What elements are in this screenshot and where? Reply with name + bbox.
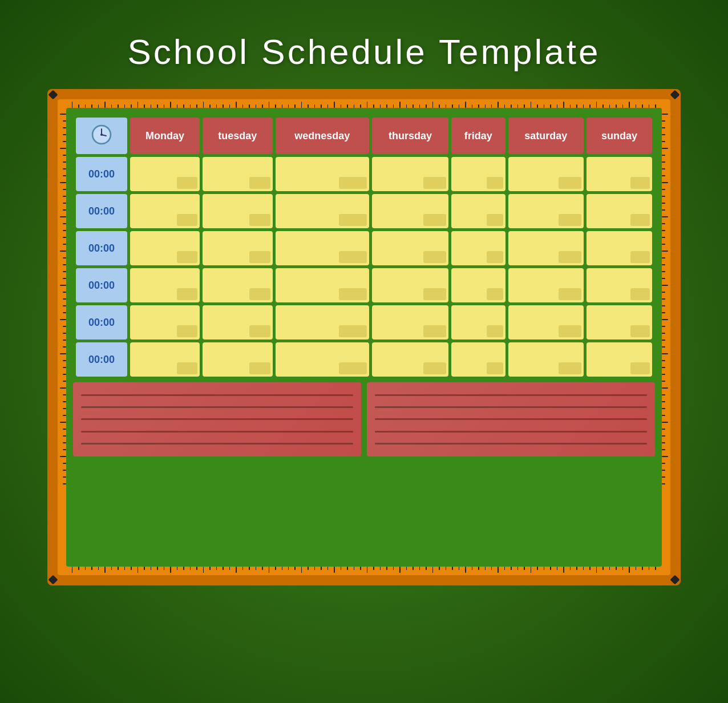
schedule-row-3: 00:00 [76, 268, 652, 302]
content-cell-r4-d5[interactable] [508, 305, 584, 340]
ruler-top-ticks [69, 101, 659, 108]
content-cell-r2-d0[interactable] [130, 231, 200, 265]
content-cell-r2-d1[interactable] [203, 231, 272, 265]
schedule-area: Monday tuesday wednesday thursday friday… [66, 108, 662, 567]
header-sunday: sunday [587, 118, 652, 154]
clock-header [76, 118, 127, 154]
content-cell-r1-d2[interactable] [276, 194, 369, 228]
note-line [375, 406, 647, 408]
note-block-left [73, 382, 361, 456]
ruler-inner: Monday tuesday wednesday thursday friday… [58, 99, 670, 575]
schedule-row-4: 00:00 [76, 305, 652, 340]
note-line [375, 443, 647, 445]
ruler-frame: Monday tuesday wednesday thursday friday… [47, 89, 681, 585]
content-cell-r4-d0[interactable] [130, 305, 200, 340]
schedule-row-2: 00:00 [76, 231, 652, 265]
corner-tl [50, 91, 59, 100]
note-line [81, 418, 353, 420]
content-cell-r0-d5[interactable] [508, 157, 584, 191]
content-cell-r2-d6[interactable] [587, 231, 652, 265]
note-line [375, 394, 647, 396]
content-cell-r3-d2[interactable] [276, 268, 369, 302]
content-cell-r4-d3[interactable] [372, 305, 448, 340]
corner-bl [50, 574, 59, 583]
page-title: School Schedule Template [127, 31, 600, 72]
note-block-right [367, 382, 655, 456]
schedule-row-0: 00:00 [76, 157, 652, 191]
content-cell-r2-d2[interactable] [276, 231, 369, 265]
content-cell-r1-d1[interactable] [203, 194, 272, 228]
schedule-row-5: 00:00 [76, 342, 652, 377]
content-cell-r5-d2[interactable] [276, 342, 369, 377]
content-cell-r0-d0[interactable] [130, 157, 200, 191]
content-cell-r5-d3[interactable] [372, 342, 448, 377]
content-cell-r0-d4[interactable] [451, 157, 505, 191]
note-line [375, 431, 647, 433]
content-cell-r4-d4[interactable] [451, 305, 505, 340]
corner-tr [669, 91, 678, 100]
header-wednesday: wednesday [276, 118, 369, 154]
time-cell-3[interactable]: 00:00 [76, 268, 127, 302]
content-cell-r3-d0[interactable] [130, 268, 200, 302]
schedule-body: 00:0000:0000:0000:0000:0000:00 [76, 157, 652, 377]
svg-point-4 [100, 134, 103, 136]
time-cell-4[interactable]: 00:00 [76, 305, 127, 340]
content-cell-r2-d3[interactable] [372, 231, 448, 265]
note-line [81, 443, 353, 445]
ruler-bottom-ticks [69, 567, 659, 573]
content-cell-r4-d6[interactable] [587, 305, 652, 340]
schedule-table: Monday tuesday wednesday thursday friday… [73, 115, 655, 379]
time-cell-0[interactable]: 00:00 [76, 157, 127, 191]
time-cell-1[interactable]: 00:00 [76, 194, 127, 228]
ruler-left-ticks [59, 111, 66, 564]
content-cell-r5-d1[interactable] [203, 342, 272, 377]
header-saturday: saturday [508, 118, 584, 154]
content-cell-r4-d1[interactable] [203, 305, 272, 340]
time-cell-5[interactable]: 00:00 [76, 342, 127, 377]
schedule-row-1: 00:00 [76, 194, 652, 228]
content-cell-r5-d5[interactable] [508, 342, 584, 377]
content-cell-r1-d0[interactable] [130, 194, 200, 228]
header-thursday: thursday [372, 118, 448, 154]
content-cell-r2-d5[interactable] [508, 231, 584, 265]
content-cell-r5-d0[interactable] [130, 342, 200, 377]
content-cell-r0-d2[interactable] [276, 157, 369, 191]
content-cell-r0-d3[interactable] [372, 157, 448, 191]
content-cell-r5-d6[interactable] [587, 342, 652, 377]
time-cell-2[interactable]: 00:00 [76, 231, 127, 265]
content-cell-r5-d4[interactable] [451, 342, 505, 377]
note-area [73, 382, 655, 456]
corner-br [669, 574, 678, 583]
content-cell-r3-d1[interactable] [203, 268, 272, 302]
content-cell-r1-d4[interactable] [451, 194, 505, 228]
content-cell-r4-d2[interactable] [276, 305, 369, 340]
header-row: Monday tuesday wednesday thursday friday… [76, 118, 652, 154]
content-cell-r0-d1[interactable] [203, 157, 272, 191]
content-cell-r3-d6[interactable] [587, 268, 652, 302]
header-friday: friday [451, 118, 505, 154]
content-cell-r3-d5[interactable] [508, 268, 584, 302]
header-tuesday: tuesday [203, 118, 272, 154]
content-cell-r1-d5[interactable] [508, 194, 584, 228]
content-cell-r3-d3[interactable] [372, 268, 448, 302]
content-cell-r0-d6[interactable] [587, 157, 652, 191]
note-line [81, 431, 353, 433]
content-cell-r3-d4[interactable] [451, 268, 505, 302]
note-line [375, 418, 647, 420]
note-line [81, 394, 353, 396]
content-cell-r1-d3[interactable] [372, 194, 448, 228]
note-line [81, 406, 353, 408]
header-monday: Monday [130, 118, 200, 154]
content-cell-r1-d6[interactable] [587, 194, 652, 228]
content-cell-r2-d4[interactable] [451, 231, 505, 265]
ruler-right-ticks [662, 111, 669, 564]
clock-icon [90, 123, 113, 146]
